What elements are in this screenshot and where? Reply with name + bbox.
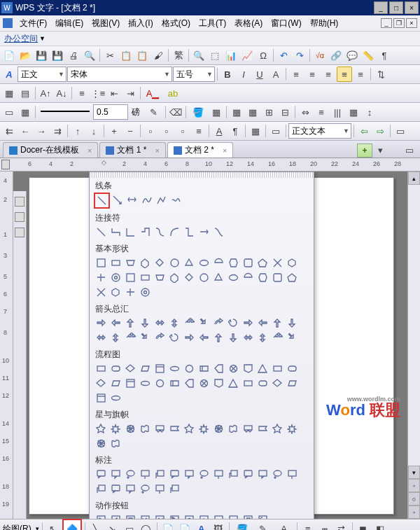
ruler-corner[interactable]	[1, 160, 10, 169]
shape-item[interactable]	[211, 361, 226, 376]
shape-item[interactable]	[241, 421, 255, 436]
shape-curve[interactable]	[139, 193, 154, 207]
table-delete-button[interactable]: ▦	[245, 104, 260, 120]
shape-item[interactable]	[153, 330, 167, 345]
font-combo[interactable]: 宋体▼	[67, 67, 172, 82]
shape-item[interactable]	[285, 270, 300, 285]
select-button[interactable]: ⬚	[207, 48, 223, 63]
shape-item[interactable]	[94, 270, 108, 285]
browse-object-button[interactable]: ○	[408, 492, 420, 505]
shape-arrow-line[interactable]	[110, 193, 125, 207]
scroll-up-button[interactable]: ▴	[408, 172, 420, 185]
shape-item[interactable]	[285, 376, 300, 391]
shape-item[interactable]	[123, 482, 138, 496]
shape-item[interactable]	[123, 316, 138, 330]
shape-item[interactable]	[211, 270, 226, 285]
sidepane-btn[interactable]	[15, 228, 24, 237]
shape-item[interactable]	[226, 376, 241, 391]
shape-item[interactable]	[182, 467, 197, 482]
tab-docer[interactable]: Docer-在线模板×	[3, 142, 98, 158]
shape-item[interactable]	[138, 285, 153, 300]
fontfx-button[interactable]: A	[268, 67, 284, 82]
shape-item[interactable]	[138, 421, 153, 436]
bold-button[interactable]: B	[220, 67, 235, 82]
textdir-button[interactable]: ↕	[362, 104, 377, 120]
mdi-close-button[interactable]: ×	[406, 18, 417, 28]
shape-item[interactable]	[108, 330, 123, 345]
numbering-button[interactable]: ≡	[74, 85, 90, 101]
promote1-button[interactable]: ←	[18, 123, 33, 139]
demote1-button[interactable]: →	[34, 123, 49, 139]
shape-item[interactable]	[197, 376, 211, 391]
shape-item[interactable]	[270, 467, 285, 482]
collapse-button[interactable]: −	[122, 123, 138, 139]
firstline-button[interactable]: A	[211, 123, 227, 139]
shape-item[interactable]	[123, 421, 138, 436]
shape-item[interactable]	[94, 376, 108, 391]
arrow-button[interactable]: ↘	[105, 521, 120, 530]
textbox-button[interactable]: 📄	[160, 521, 176, 530]
chart-button[interactable]: 📈	[239, 48, 255, 63]
oval-button[interactable]: ◯	[139, 521, 154, 530]
shape-item[interactable]	[138, 482, 153, 496]
shape-item[interactable]	[123, 270, 138, 285]
system-icon[interactable]	[3, 18, 13, 28]
table-insert-button[interactable]: ▦	[229, 104, 244, 120]
linespacing-button[interactable]: ⇅	[373, 67, 388, 82]
shape-item[interactable]	[108, 512, 123, 519]
shape-item[interactable]	[255, 467, 270, 482]
redo-button[interactable]: ↷	[292, 48, 307, 63]
ruler-button[interactable]: 📏	[360, 48, 376, 63]
shape-item[interactable]	[255, 270, 270, 285]
shape-item[interactable]	[226, 316, 241, 330]
shape-item[interactable]	[270, 270, 285, 285]
nav-right-button[interactable]: ⇨	[372, 123, 388, 139]
wordart-button[interactable]: A	[194, 521, 209, 530]
goto-button[interactable]: ▭	[268, 123, 284, 139]
tab-menu-button[interactable]: ▾	[372, 142, 388, 158]
hyperlink-button[interactable]: 🔗	[328, 48, 344, 63]
shape-item[interactable]	[226, 467, 241, 482]
print-button[interactable]: 🖨	[66, 48, 81, 63]
shape-item[interactable]	[241, 316, 255, 330]
demote-button[interactable]: ⇉	[50, 123, 65, 139]
new-button[interactable]: 📄	[1, 48, 17, 63]
shape-item[interactable]	[167, 361, 182, 376]
shape-item[interactable]	[226, 330, 241, 345]
workspace-link[interactable]: 办公空间	[4, 33, 38, 45]
symbol-button[interactable]: Ω	[255, 48, 271, 63]
border-button[interactable]: ▦	[1, 85, 17, 101]
shape-item[interactable]	[211, 330, 226, 345]
expand-button[interactable]: +	[106, 123, 122, 139]
shape-item[interactable]	[167, 225, 182, 239]
shape-item[interactable]	[138, 270, 153, 285]
menu-file[interactable]: 文件(F)	[15, 18, 51, 29]
line-preview[interactable]	[41, 111, 90, 114]
horizontal-ruler[interactable]: 6 4 2 ◇ 2 4 6 8 10 12 14 16 18 20 22 24 …	[0, 158, 420, 172]
shape-item[interactable]	[197, 270, 211, 285]
show1-button[interactable]: ▫	[143, 123, 158, 139]
shape-item[interactable]	[285, 467, 300, 482]
dashstyle-button[interactable]: ┅	[317, 521, 332, 530]
shape-item[interactable]	[108, 391, 123, 405]
menu-edit[interactable]: 编辑(E)	[51, 18, 88, 29]
highlight-button[interactable]: ab	[163, 85, 183, 101]
shape-item[interactable]	[108, 421, 123, 436]
shape-item[interactable]	[211, 256, 226, 270]
shape-item[interactable]	[108, 376, 123, 391]
shrink-font-button[interactable]: A↓	[54, 85, 69, 101]
autoshapes-button[interactable]: 🔷	[62, 519, 82, 530]
prev-page-button[interactable]: ◦	[408, 479, 420, 492]
document-area[interactable]: 线条 连接符 基本形状 箭头总汇 流程图 星与旗帜 标注 动作按钮	[13, 172, 407, 519]
shape-item[interactable]	[138, 256, 153, 270]
shape-item[interactable]	[241, 512, 255, 519]
shape-item[interactable]	[167, 316, 182, 330]
maximize-button[interactable]: □	[389, 1, 403, 14]
shape-item[interactable]	[123, 285, 138, 300]
mdi-restore-button[interactable]: ❐	[393, 18, 405, 28]
shape-item[interactable]	[182, 225, 197, 239]
rectangle-button[interactable]: ▭	[122, 521, 137, 530]
nav-left-button[interactable]: ⇦	[356, 123, 372, 139]
linewidth-combo[interactable]: 0.5	[93, 104, 128, 120]
shape-item[interactable]	[182, 512, 197, 519]
